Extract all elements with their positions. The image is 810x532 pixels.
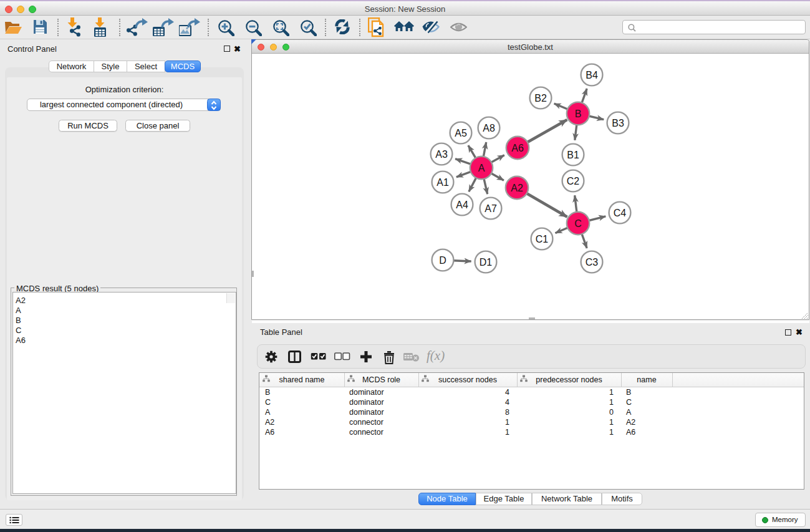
svg-text:A8: A8 xyxy=(483,123,495,133)
svg-text:A5: A5 xyxy=(455,128,467,138)
svg-text:B2: B2 xyxy=(534,93,547,104)
svg-text:B: B xyxy=(575,109,582,119)
svg-text:C3: C3 xyxy=(586,257,599,268)
svg-text:A6: A6 xyxy=(511,143,524,153)
svg-text:C2: C2 xyxy=(567,176,580,186)
svg-text:B4: B4 xyxy=(586,70,598,80)
svg-text:A7: A7 xyxy=(485,203,497,214)
svg-text:A3: A3 xyxy=(435,149,448,160)
svg-text:A2: A2 xyxy=(511,183,523,193)
svg-text:A4: A4 xyxy=(456,200,468,210)
svg-text:B1: B1 xyxy=(567,150,579,160)
svg-text:A1: A1 xyxy=(436,177,449,188)
svg-text:C4: C4 xyxy=(614,208,627,218)
svg-text:C1: C1 xyxy=(536,234,549,244)
svg-text:D: D xyxy=(439,255,446,266)
svg-text:D1: D1 xyxy=(480,257,493,268)
svg-text:A: A xyxy=(478,163,485,173)
svg-text:B3: B3 xyxy=(612,118,624,128)
svg-text:C: C xyxy=(574,218,582,229)
